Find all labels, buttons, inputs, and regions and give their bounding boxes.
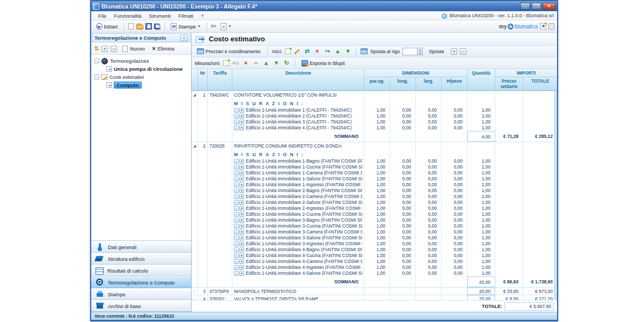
measure-options-button[interactable]: – (234, 182, 239, 187)
expand-all-rows-button[interactable]: + (451, 48, 457, 55)
measure-dropdown-button[interactable]: ▾ (239, 171, 244, 175)
measure-options-button[interactable]: – (234, 114, 239, 119)
measure-dropdown-button[interactable]: ▾ (239, 212, 244, 217)
measure-options-button[interactable]: – (234, 236, 239, 240)
riga-spinner[interactable]: ▲▼ (417, 48, 422, 55)
measure-quantita[interactable]: 1,00 (467, 200, 495, 206)
menu-file[interactable]: File (94, 12, 110, 19)
col-descrizione[interactable]: Descrizione (232, 69, 364, 77)
measure-dropdown-button[interactable]: ▾ (239, 259, 244, 264)
measure-dropdown-button[interactable]: ▾ (239, 265, 244, 270)
item-descrizione[interactable]: RIPARTITORE CONSUMI INDIRETTO CON SONDA (232, 142, 364, 149)
sidebar-item-termoregolazione-e-computo[interactable]: Termoregolazione e Computo (91, 276, 191, 288)
panel-collapse-button[interactable]: < (180, 35, 188, 41)
row-expanded-icon[interactable]: ◢ (192, 142, 198, 149)
measure-quantita[interactable]: 1,00 (467, 176, 495, 182)
contact-icon[interactable] (540, 23, 546, 30)
refresh-icon[interactable]: ↻ (283, 60, 290, 67)
sidebar-item-risultati-di-calcolo[interactable]: Risultati di calcolo (91, 265, 191, 276)
measure-quantita[interactable]: 1,00 (467, 253, 495, 259)
save-icon[interactable] (145, 23, 152, 30)
measure-quantita[interactable]: 1,00 (467, 235, 495, 241)
title-bar[interactable]: Blumatica UNI10200 - UNI10200 - Esempio … (91, 1, 557, 11)
measure-quantita[interactable]: 1,00 (467, 170, 495, 176)
sidebar-item-dati-generali[interactable]: Dati generali (91, 241, 191, 253)
measure-dropdown-button[interactable]: ▾ (239, 188, 244, 193)
item-tariffa[interactable]: 47375IP0 (208, 288, 232, 295)
measure-options-button[interactable]: – (234, 188, 239, 193)
measure-dropdown-button[interactable]: ▾ (239, 159, 244, 164)
remove-row-icon[interactable]: − (252, 60, 260, 67)
measure-quantita[interactable]: 1,00 (467, 113, 495, 119)
measure-dropdown-button[interactable]: ▾ (239, 230, 244, 235)
measure-options-button[interactable]: – (234, 271, 239, 276)
swap-voce-icon[interactable]: ⇄ (303, 48, 311, 55)
measure-options-button[interactable]: – (234, 159, 239, 164)
tree-item-computo[interactable]: Computo (94, 81, 190, 89)
menu-help[interactable]: ? (197, 12, 207, 19)
measure-dropdown-button[interactable]: ▾ (239, 218, 244, 223)
new-document-icon[interactable] (128, 23, 134, 30)
delete-voce-icon[interactable]: × (313, 48, 321, 55)
measure-quantita[interactable]: 1,00 (467, 259, 495, 265)
edit-voce-icon[interactable] (294, 48, 301, 55)
col-larg[interactable]: larg. (416, 77, 442, 90)
measure-dropdown-button[interactable]: ▾ (239, 108, 244, 113)
item-tariffa[interactable]: 720025 (208, 142, 232, 149)
measure-quantita[interactable]: 1,00 (467, 206, 495, 211)
item-quantita[interactable]: 20,00 (467, 295, 495, 300)
measure-dropdown-button[interactable]: ▾ (239, 224, 244, 229)
measure-quantita[interactable]: 1,00 (467, 188, 495, 194)
measure-dropdown-button[interactable]: ▾ (239, 194, 244, 199)
measure-dropdown-button[interactable]: ▾ (239, 126, 244, 130)
open-folder-icon[interactable] (136, 25, 143, 30)
measure-quantita[interactable]: 1,00 (467, 194, 495, 200)
sposta-label[interactable]: Sposta (429, 49, 444, 54)
row-collapsed-icon[interactable]: ▷ (192, 295, 198, 300)
measure-dropdown-button[interactable]: ▾ (239, 114, 244, 119)
tree-expand-all-button[interactable]: + (101, 46, 108, 52)
collapse-all-rows-button[interactable]: − (460, 48, 466, 55)
add-voce-icon[interactable] (285, 48, 291, 54)
tree-collapse-all-button[interactable]: − (111, 46, 117, 52)
menu-filmati[interactable]: Filmati (174, 12, 197, 19)
col-h-peso[interactable]: H/peso (442, 77, 467, 90)
measure-options-button[interactable]: – (234, 126, 239, 130)
tree-collapse-icon[interactable]: - (94, 75, 99, 79)
measure-quantita[interactable]: 1,00 (467, 223, 495, 229)
measure-quantita[interactable]: 1,00 (467, 107, 495, 113)
tree-refresh-icon[interactable]: ⇅ (94, 45, 99, 52)
measure-quantita[interactable]: 1,00 (467, 182, 495, 188)
measure-options-button[interactable]: – (234, 230, 239, 235)
bstart-button[interactable]: ▶ bStart (94, 23, 120, 30)
nuovo-button[interactable]: Nuovo (120, 45, 147, 53)
maximize-button[interactable]: ❐ (531, 3, 541, 10)
measure-options-button[interactable]: – (234, 253, 239, 258)
col-quantita[interactable]: Quantità (467, 69, 495, 77)
item-quantita[interactable]: 20,00 (467, 288, 495, 295)
measure-quantita[interactable]: 1,00 (467, 229, 495, 235)
sidebar-item-stampe[interactable]: Stampe (91, 288, 191, 300)
measure-options-button[interactable]: – (234, 224, 239, 229)
add-multiple-icon[interactable]: +≡ (232, 60, 239, 67)
col-tariffa[interactable]: Tariffa (208, 69, 232, 77)
sidebar-item-struttura-edificio[interactable]: Struttura edificio (91, 253, 191, 265)
col-totale[interactable]: TOTALE (523, 77, 557, 90)
measure-quantita[interactable]: 1,00 (467, 265, 495, 270)
measure-quantita[interactable]: 1,00 (467, 119, 495, 125)
move-to-icon[interactable]: ↪ (324, 48, 331, 55)
tree-item-termoregolazioni[interactable]: - Termoregolazioni (94, 57, 190, 65)
measure-quantita[interactable]: 1,00 (467, 217, 495, 223)
measure-options-button[interactable]: – (234, 165, 239, 170)
measure-dropdown-button[interactable]: ▾ (239, 177, 244, 181)
tree-item-costi-estimativi[interactable]: - Costi estimativi (94, 73, 190, 81)
measure-dropdown-button[interactable]: ▾ (239, 271, 244, 276)
col-par-ug[interactable]: par.ug. (364, 77, 390, 90)
measure-dropdown-button[interactable]: ▾ (239, 247, 244, 252)
measure-options-button[interactable]: – (234, 218, 239, 223)
measure-quantita[interactable]: 1,00 (467, 211, 495, 217)
scissors-icon[interactable]: ✂ (211, 23, 216, 30)
minimize-button[interactable]: — (520, 3, 530, 10)
tree-collapse-icon[interactable]: - (94, 58, 99, 63)
move-down-icon[interactable]: ▼ (344, 48, 352, 55)
